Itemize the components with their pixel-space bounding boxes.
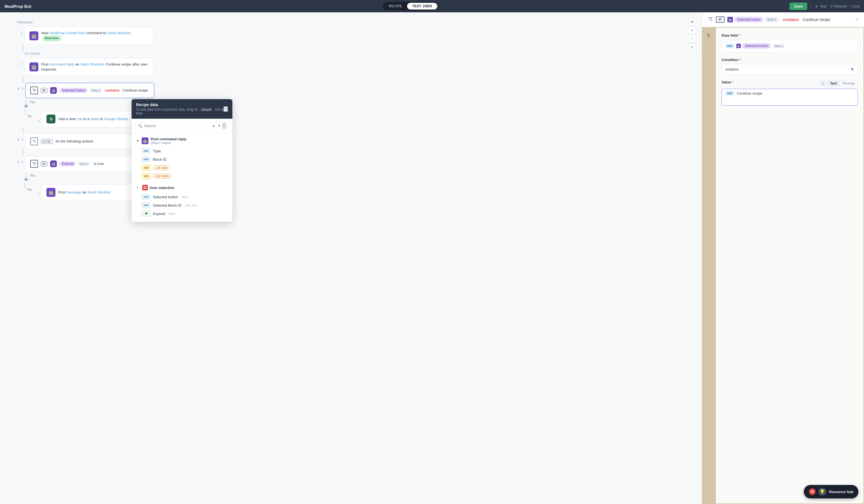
search-nav: ▲ ▼ × (212, 123, 226, 129)
section-step-sub: (Step 2 output) (151, 141, 187, 144)
step-5-number: ▼5 (17, 134, 23, 142)
panel-settings-button[interactable]: ⚙ (224, 106, 228, 112)
user-selection-header[interactable]: ▼ User selection (132, 182, 232, 193)
trigger-section-label: TRIGGER (17, 21, 685, 24)
sheet-link[interactable]: sheet (91, 117, 99, 121)
refresh-button[interactable]: ↺ Refresh (830, 4, 847, 8)
step-2-card[interactable]: 🤖 Post command reply as Slack Workbot. C… (25, 58, 153, 75)
step-3-card[interactable]: IF 🤖 Selected button Step 2 contains Con… (25, 83, 154, 98)
test-button[interactable]: ⏵ Test (815, 4, 827, 8)
value-tools: = Text Formula (820, 80, 858, 86)
slackworkbot-link-1[interactable]: Slack Workbot (107, 31, 131, 35)
save-button[interactable]: Save (790, 2, 807, 10)
resource-hub[interactable]: 30 💡 Resource hub (804, 485, 859, 499)
step-5-collapse[interactable]: ▼ (17, 138, 21, 142)
yes-connector (25, 99, 27, 108)
text-mode-button[interactable]: Text (827, 81, 840, 86)
gsheets-link[interactable]: Google Sheets (104, 117, 128, 121)
tab-switcher-container: RECIPE TEST JOBS (383, 2, 438, 10)
zoom-out-button[interactable]: − (688, 35, 696, 43)
realtime-badge: Real-time (42, 36, 61, 41)
data-field-label: Data field * (721, 33, 858, 37)
user-selection-pills: ABC Selected button Next ABC Selected Bl… (132, 193, 232, 220)
no-line-4 (25, 110, 25, 115)
connector-5-6 (23, 149, 24, 156)
exit-button[interactable]: × Exit (850, 4, 860, 8)
panel-header-content: Recipe data To use data from a previous … (136, 103, 224, 115)
search-next-button[interactable]: ▼ (217, 123, 221, 128)
search-clear-button[interactable]: × (223, 123, 226, 129)
step-3-datapill-icon: 🤖 (50, 87, 57, 94)
zoom-in-button[interactable]: + (688, 26, 696, 34)
yes-label-6: Yes (30, 172, 35, 179)
message-link[interactable]: message (67, 190, 82, 194)
panel-step-section: ▼ 🤖 Post command reply (Step 2 output) A… (132, 133, 232, 222)
command-reply-link[interactable]: command reply (50, 62, 74, 67)
resource-hub-icon: 💡 (818, 488, 826, 496)
condition-select[interactable]: contains equals does not contain starts … (721, 64, 858, 74)
mealprep-link[interactable]: MealPrep Create Plan (50, 31, 85, 35)
if-badge-3: IF (41, 88, 48, 93)
right-panel-body: IF Data field * ABC (702, 27, 864, 504)
step-6-collapse[interactable]: ▼ (17, 160, 21, 164)
step-6-wrapper: ▼6 IF 🤖 Expired Step 2 (17, 156, 685, 171)
datapill-listindex[interactable]: 123 List index (141, 172, 228, 180)
dp-sublabel-expired: false (169, 212, 175, 215)
search-box: 🔍 ▲ ▼ × (135, 121, 229, 130)
data-field-input[interactable]: ABC 🤖 Selected button Step 2 (721, 40, 858, 52)
close-panel-button[interactable]: × (855, 17, 859, 23)
canvas-area: ↺ + − ⤡ TRIGGER 1 🤖 New MealPrep Create … (0, 12, 701, 504)
datapill-blockid[interactable]: ABC Block ID (141, 155, 228, 164)
dp-type-badge-blockid: ABC (142, 157, 151, 162)
step-3-body: IF 🤖 Selected button Step 2 contains Con… (25, 83, 685, 98)
datapill-listsize[interactable]: 123 List size (141, 164, 228, 172)
step-5-text: do the following actions (56, 139, 93, 144)
rph-if-badge: IF (716, 16, 724, 23)
dp-type-badge-selblockid: ABC (142, 202, 151, 208)
slackworkbot-link-2[interactable]: Slack Workbot (80, 62, 104, 67)
rph-route-icon (708, 16, 713, 23)
dp-label-selblockid: Selected Block ID (153, 203, 182, 207)
step-1-card[interactable]: 🤖 New MealPrep Create Plan command to Sl… (25, 27, 153, 45)
step-3-wrapper: ▼3 IF 🤖 Selected button Step 2 (17, 83, 685, 98)
tab-switcher: RECIPE TEST JOBS (383, 2, 438, 10)
search-input[interactable] (144, 124, 210, 128)
formula-mode-button[interactable]: Formula (840, 81, 857, 86)
panel-section-header[interactable]: ▼ 🤖 Post command reply (Step 2 output) (132, 135, 232, 147)
slackworkbot-link-7[interactable]: Slack Workbot (87, 190, 111, 194)
condition-required: * (740, 58, 741, 62)
step-4-wrapper: 4 S Add a new row in a sheet in Google S… (34, 111, 148, 127)
row-link[interactable]: row (76, 117, 82, 121)
datapill-type[interactable]: ABC Type (141, 147, 228, 155)
step-3-collapse[interactable]: ▼ (17, 87, 21, 91)
step-3-pill-label: Selected button Step 2 (60, 88, 102, 93)
else-badge-5: ELSE (41, 139, 53, 144)
datapill-selected-block-id[interactable]: ABC Selected Block ID next_btn (141, 201, 228, 209)
resource-hub-label: Resource hub (829, 490, 853, 494)
rph-bot-icon: 🤖 (728, 17, 733, 22)
step-3-route-icon (30, 86, 38, 94)
step-4-number: 4 (34, 115, 39, 123)
refresh-icon: ↺ (830, 4, 833, 8)
close-icon: × (850, 4, 853, 8)
value-text: Continue recipe (737, 91, 763, 95)
rotate-button[interactable]: ↺ (688, 18, 696, 26)
tab-testjobs[interactable]: TEST JOBS (407, 3, 437, 10)
data-field-group: Data field * ABC 🤖 Selected button (721, 33, 858, 52)
test-icon: ⏵ (815, 4, 819, 8)
us-label: User selection (149, 185, 175, 190)
if-content: Data field * ABC 🤖 Selected button (715, 27, 864, 504)
panel-header: Recipe data To use data from a previous … (132, 99, 232, 119)
if-label-vert: IF (706, 33, 711, 37)
tab-recipe[interactable]: RECIPE (384, 3, 407, 10)
step-2-text: Post command reply as Slack Workbot. Con… (41, 62, 149, 72)
fit-button[interactable]: ⤡ (688, 43, 696, 51)
datapill-selected-button[interactable]: ABC Selected button Next (141, 193, 228, 201)
value-field-input[interactable]: ABC Continue recipe (721, 89, 858, 106)
data-field-step-label: Step 2 (772, 44, 785, 48)
app-title: MealPrep Bot (4, 4, 31, 9)
search-prev-button[interactable]: ▲ (212, 123, 216, 128)
datapill-list: ABC Type ABC Block ID 123 List size 123 … (132, 147, 232, 182)
if-sidebar: IF Data field * ABC (702, 27, 864, 504)
datapill-expired[interactable]: 👁 Expired false (141, 209, 228, 218)
